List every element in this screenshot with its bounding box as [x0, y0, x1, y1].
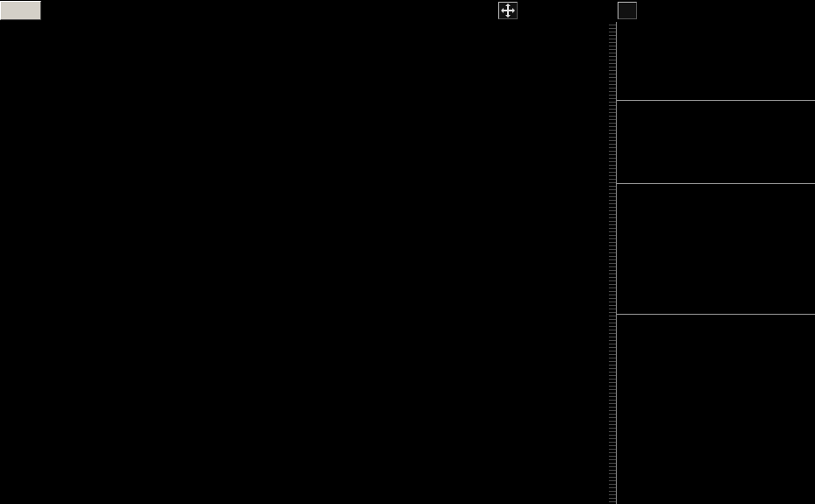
panel-splitter[interactable]	[609, 22, 616, 504]
orderbook-bottom-divider	[617, 183, 815, 184]
title-bar	[0, 0, 815, 22]
move-tool-button[interactable]	[498, 2, 518, 19]
panel-toggle-button[interactable]	[618, 2, 637, 19]
move-icon	[500, 3, 516, 18]
kline-vol-macd-chart[interactable]	[0, 0, 609, 504]
intraday-chart[interactable]	[653, 321, 815, 504]
panel-divider	[616, 0, 617, 504]
stats-bottom-divider	[617, 314, 815, 315]
trading-terminal	[0, 0, 815, 504]
tab-technical-analysis[interactable]	[0, 1, 41, 20]
orderbook-mid-divider	[617, 100, 815, 101]
